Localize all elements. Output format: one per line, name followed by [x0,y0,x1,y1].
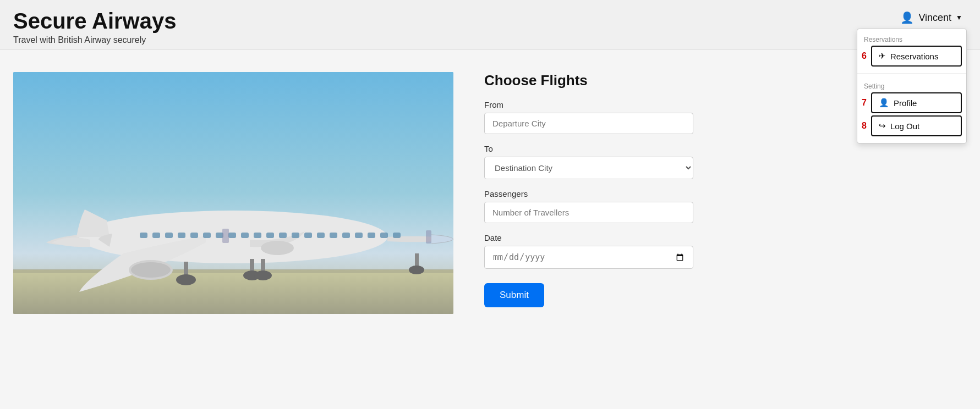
svg-rect-20 [304,233,312,238]
to-group: To Destination City [484,144,967,179]
departure-city-input[interactable] [484,113,693,134]
reservations-menu-item[interactable]: ✈ Reservations [871,46,962,67]
main-content: Choose Flights From To Destination City … [0,50,980,327]
profile-label: Profile [894,98,917,108]
svg-rect-23 [342,233,350,238]
dropdown-divider [857,73,966,74]
svg-point-6 [261,241,294,255]
svg-rect-28 [222,229,229,243]
destination-city-select[interactable]: Destination City [484,157,693,179]
airplane-icon: ✈ [879,51,886,61]
plane-image [13,72,453,314]
submit-button[interactable]: Submit [484,283,544,307]
date-group: Date [484,233,967,269]
svg-rect-8 [152,233,160,238]
user-avatar-icon: 👤 [900,11,914,24]
svg-rect-22 [330,233,337,238]
svg-rect-27 [393,233,401,238]
plane-illustration [13,72,453,314]
svg-rect-9 [165,233,173,238]
svg-rect-13 [216,233,223,238]
profile-menu-item[interactable]: 👤 Profile [871,92,962,113]
svg-rect-12 [203,233,211,238]
user-name: Vincent [918,12,951,24]
svg-rect-2 [13,269,453,273]
svg-rect-21 [317,233,325,238]
user-menu-container: 👤 Vincent ▼ Reservations 6 ✈ Reservation… [896,9,967,26]
svg-rect-17 [266,233,274,238]
date-label: Date [484,233,967,242]
branding: Secure Airways Travel with British Airwa… [13,9,176,45]
app-subtitle: Travel with British Airway securely [13,35,176,45]
logout-label: Log Out [890,121,919,131]
logout-icon: ↪ [879,121,886,131]
svg-rect-24 [355,233,363,238]
reservations-section-label: Reservations [857,31,966,46]
profile-icon: 👤 [879,98,889,108]
svg-rect-11 [190,233,198,238]
svg-rect-10 [178,233,185,238]
logout-badge-num: 8 [862,121,867,131]
svg-rect-18 [279,233,287,238]
passengers-group: Passengers [484,189,967,223]
svg-rect-7 [140,233,147,238]
setting-section-label: Setting [857,78,966,92]
svg-rect-15 [241,233,249,238]
logout-menu-item[interactable]: ↪ Log Out [871,115,962,136]
reservations-badge-num: 6 [862,51,867,61]
dropdown-section-setting: Setting 7 👤 Profile 8 ↪ Log Out [857,76,966,143]
to-label: To [484,144,967,153]
chevron-down-icon: ▼ [956,14,962,21]
svg-rect-14 [228,233,236,238]
profile-badge-num: 7 [862,98,867,108]
user-menu-button[interactable]: 👤 Vincent ▼ [896,9,967,26]
app-title: Secure Airways [13,9,176,33]
svg-point-5 [131,262,171,278]
dropdown-menu: Reservations 6 ✈ Reservations Setting 7 … [857,29,967,143]
svg-point-37 [409,266,424,274]
reservations-label: Reservations [890,52,939,61]
svg-point-35 [254,270,272,280]
plane-image-container [13,72,453,314]
svg-rect-16 [254,233,261,238]
passengers-label: Passengers [484,189,967,198]
svg-rect-29 [426,230,431,244]
passengers-input[interactable] [484,202,693,223]
header: Secure Airways Travel with British Airwa… [0,0,980,50]
svg-point-31 [176,274,196,285]
svg-rect-19 [292,233,299,238]
svg-rect-26 [380,233,388,238]
svg-rect-25 [368,233,375,238]
date-input[interactable] [484,246,693,269]
dropdown-section-reservations: Reservations 6 ✈ Reservations [857,29,966,71]
